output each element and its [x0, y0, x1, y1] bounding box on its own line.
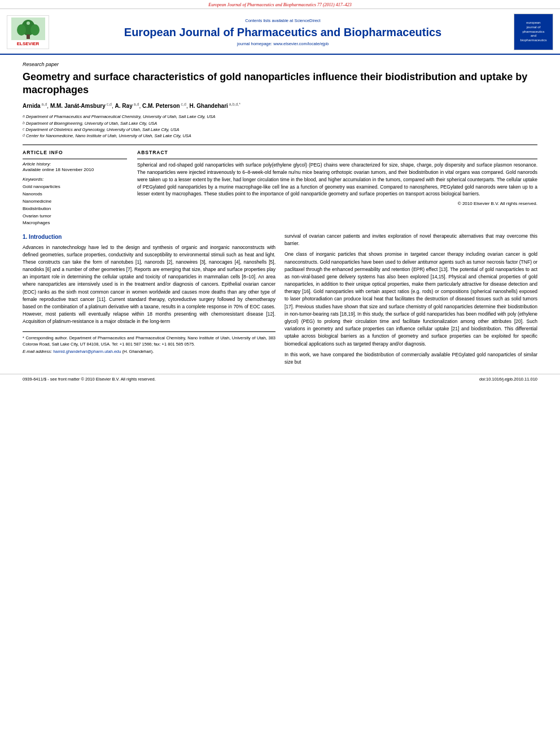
article-info-abstract-section: ARTICLE INFO Article history: Available …	[23, 145, 537, 227]
svg-rect-4	[27, 34, 30, 39]
body-right-column: survival of ovarian cancer patients and …	[285, 233, 537, 369]
keyword-2: Nanorods	[23, 191, 127, 198]
affiliation-3: c Department of Obstetrics and Gynecolog…	[23, 126, 537, 133]
contents-available-line: Contents lists available at ScienceDirec…	[58, 18, 508, 23]
author-4: C.M. Peterson	[142, 103, 180, 109]
svg-point-2	[17, 24, 26, 36]
article-title: Geometry and surface characteristics of …	[23, 71, 537, 96]
article-available-online: Available online 18 November 2010	[23, 167, 127, 172]
keyword-3: Nanomedicine	[23, 198, 127, 206]
keyword-1: Gold nanoparticles	[23, 184, 127, 191]
abstract-divider	[137, 159, 537, 159]
bottom-footer-bar: 0939-6411/$ - see front matter © 2010 El…	[0, 374, 560, 384]
journal-logo-right: european journal of pharmaceutics and bi…	[514, 14, 553, 50]
email-address[interactable]: hamid.ghandehari@pharm.utah.edu	[53, 349, 121, 354]
page-wrapper: European Journal of Pharmaceutics and Bi…	[0, 0, 560, 384]
author-2-sup: c,d	[106, 102, 112, 106]
journal-homepage-line: journal homepage: www.elsevier.com/locat…	[58, 41, 508, 46]
journal-center-header: Contents lists available at ScienceDirec…	[58, 18, 508, 46]
aff-3-sup: c	[23, 126, 25, 133]
journal-logo-box: european journal of pharmaceutics and bi…	[514, 14, 553, 50]
copyright-line: © 2010 Elsevier B.V. All rights reserved…	[137, 201, 537, 206]
affiliation-2: b Department of Bioengineering, Universi…	[23, 120, 537, 126]
abstract-text: Spherical and rod-shaped gold nanopartic…	[137, 161, 537, 198]
keyword-5: Ovarian tumor	[23, 213, 127, 220]
footnote-email: E-mail address: hamid.ghandehari@pharm.u…	[23, 348, 275, 355]
intro-col1-para1: Advances in nanotechnology have led to t…	[23, 244, 275, 326]
email-author: (H. Ghandehari).	[123, 349, 154, 354]
aff-4-text: Center for Nanomedicine, Nano Institute …	[26, 133, 191, 139]
email-label: E-mail address:	[23, 349, 53, 354]
abstract-paragraph: Spherical and rod-shaped gold nanopartic…	[137, 161, 537, 198]
author-3-sup: a,d	[133, 102, 139, 106]
keyword-6: Macrophages	[23, 220, 127, 227]
footer-copyright-text: 0939-6411/$ - see front matter © 2010 El…	[23, 377, 156, 382]
author-2: M.M. Janát-Amsbury	[50, 103, 106, 109]
author-1: Arnida	[23, 103, 41, 109]
footer-doi: doi:10.1016/j.ejpb.2010.11.010	[479, 377, 537, 382]
affiliations-block: a Department of Pharmaceutics and Pharma…	[23, 113, 537, 139]
abstract-column: ABSTRACT Spherical and rod-shaped gold n…	[137, 150, 537, 227]
intro-section-title: 1. Introduction	[23, 233, 275, 242]
aff-1-sup: a	[23, 113, 25, 120]
svg-point-5	[27, 21, 30, 25]
homepage-url[interactable]: www.elsevier.com/locate/ejpb	[273, 41, 329, 46]
author-5: H. Ghandehari	[190, 103, 228, 109]
author-3: A. Ray	[115, 103, 133, 109]
article-info-column: ARTICLE INFO Article history: Available …	[23, 150, 127, 227]
authors-line: Arnida a,d, M.M. Janát-Amsbury c,d, A. R…	[23, 102, 537, 110]
main-content: Research paper Geometry and surface char…	[0, 55, 560, 369]
homepage-prefix: journal homepage:	[237, 41, 273, 46]
svg-point-3	[30, 24, 40, 36]
footnotes-area: * Corresponding author. Department of Ph…	[23, 331, 275, 355]
journal-citation-text: European Journal of Pharmaceutics and Bi…	[208, 2, 351, 7]
aff-4-sup: d	[23, 133, 25, 139]
article-info-header: ARTICLE INFO	[23, 150, 127, 155]
elsevier-tree-icon	[11, 18, 45, 40]
abstract-header: ABSTRACT	[137, 150, 537, 155]
journal-citation-bar: European Journal of Pharmaceutics and Bi…	[0, 0, 560, 9]
author-4-sup: c,d	[180, 102, 186, 106]
journal-main-title: European Journal of Pharmaceutics and Bi…	[58, 25, 508, 39]
body-content: 1. Introduction Advances in nanotechnolo…	[23, 233, 537, 369]
aff-2-sup: b	[23, 120, 25, 126]
intro-col2-para2: One class of inorganic particles that sh…	[285, 251, 537, 347]
intro-col2-para3: In this work, we have compared the biodi…	[285, 351, 537, 366]
intro-col2-para1: survival of ovarian cancer patients and …	[285, 233, 537, 247]
body-left-column: 1. Introduction Advances in nanotechnolo…	[23, 233, 275, 369]
affiliation-1: a Department of Pharmaceutics and Pharma…	[23, 113, 537, 120]
elsevier-brand-text: ELSEVIER	[17, 41, 40, 46]
article-info-divider	[23, 159, 127, 159]
article-type-label: Research paper	[23, 62, 537, 67]
elsevier-logo: ELSEVIER	[7, 15, 49, 49]
author-5-sup: a,b,d,*	[228, 102, 240, 106]
aff-1-text: Department of Pharmaceutics and Pharmace…	[26, 113, 216, 120]
author-1-sup: a,d	[41, 102, 47, 106]
elsevier-logo-area: ELSEVIER	[7, 15, 52, 49]
journal-logo-box-text: european journal of pharmaceutics and bi…	[520, 21, 546, 43]
contents-label: Contents lists available at	[245, 18, 294, 23]
article-history-label: Article history:	[23, 161, 127, 167]
keyword-4: Biodistribution	[23, 206, 127, 213]
footnote-corresponding: * Corresponding author. Department of Ph…	[23, 335, 275, 348]
affiliation-4: d Center for Nanomedicine, Nano Institut…	[23, 133, 537, 139]
journal-header: ELSEVIER Contents lists available at Sci…	[0, 9, 560, 55]
aff-3-text: Department of Obstetrics and Gynecology,…	[26, 126, 180, 133]
sciencedirect-link[interactable]: ScienceDirect	[294, 18, 320, 23]
keywords-label: Keywords:	[23, 177, 127, 182]
aff-2-text: Department of Bioengineering, University…	[26, 120, 157, 126]
